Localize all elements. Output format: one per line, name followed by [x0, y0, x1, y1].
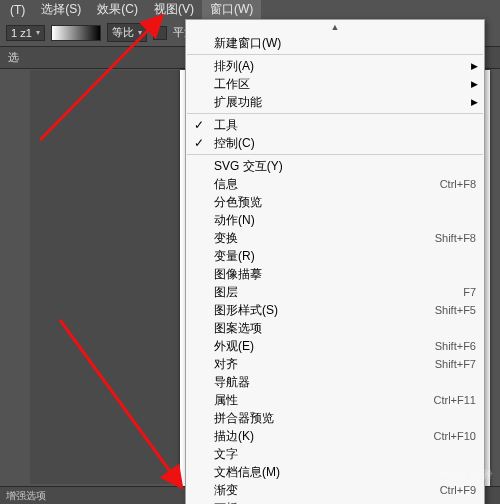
- menu-item[interactable]: 变量(R): [186, 247, 484, 265]
- menu-separator: [187, 113, 483, 114]
- menu-item-label: 外观(E): [214, 338, 435, 355]
- menu-item-label: 图像描摹: [214, 266, 476, 283]
- document-tab[interactable]: 选: [8, 50, 19, 65]
- menubar: (T) 选择(S) 效果(C) 视图(V) 窗口(W): [0, 0, 500, 19]
- menu-item-label: 图案选项: [214, 320, 476, 337]
- menu-item-label: 对齐: [214, 356, 435, 373]
- menu-item-label: 新建窗口(W): [214, 35, 476, 52]
- menu-item[interactable]: 图像描摹: [186, 265, 484, 283]
- menu-item-label: 文字: [214, 446, 476, 463]
- menu-item-shortcut: Ctrl+F10: [434, 430, 477, 442]
- scale-dropdown[interactable]: 等比 ▾: [107, 23, 147, 42]
- menu-item[interactable]: SVG 交互(Y): [186, 157, 484, 175]
- menu-item[interactable]: 分色预览: [186, 193, 484, 211]
- watermark: Baidu 经验: [439, 467, 492, 482]
- check-icon: ✓: [194, 136, 204, 150]
- menu-item[interactable]: 拼合器预览: [186, 409, 484, 427]
- chevron-down-icon: ▾: [36, 28, 40, 37]
- menu-item[interactable]: 排列(A)▶: [186, 57, 484, 75]
- menu-item-label: 描边(K): [214, 428, 434, 445]
- submenu-arrow-icon: ▶: [471, 97, 478, 107]
- menu-item-shortcut: Shift+F5: [435, 304, 476, 316]
- menu-item[interactable]: 对齐Shift+F7: [186, 355, 484, 373]
- menu-item[interactable]: 工作区▶: [186, 75, 484, 93]
- menu-item-shortcut: F7: [463, 286, 476, 298]
- zoom-dropdown[interactable]: 1 z1 ▾: [6, 25, 45, 41]
- menu-item[interactable]: 外观(E)Shift+F6: [186, 337, 484, 355]
- menu-item[interactable]: 文字: [186, 445, 484, 463]
- menu-separator: [187, 154, 483, 155]
- menu-item[interactable]: 导航器: [186, 373, 484, 391]
- menu-item[interactable]: 渐变Ctrl+F9: [186, 481, 484, 499]
- menu-item-shortcut: Ctrl+F9: [440, 484, 476, 496]
- menu-item-t[interactable]: (T): [2, 1, 33, 19]
- menu-scroll-up[interactable]: ▲: [186, 22, 484, 34]
- menu-item-label: 画板: [214, 500, 476, 505]
- menu-item[interactable]: 图形样式(S)Shift+F5: [186, 301, 484, 319]
- menu-item-label: 变换: [214, 230, 435, 247]
- menu-item-window[interactable]: 窗口(W): [202, 0, 261, 20]
- menu-item-effect[interactable]: 效果(C): [89, 0, 146, 20]
- menu-item-label: 渐变: [214, 482, 440, 499]
- menu-item[interactable]: 画板: [186, 499, 484, 504]
- menu-item-label: SVG 交互(Y): [214, 158, 476, 175]
- menu-item[interactable]: ✓工具: [186, 116, 484, 134]
- menu-item-label: 工作区: [214, 76, 476, 93]
- menu-item-label: 工具: [214, 117, 476, 134]
- menu-item-label: 控制(C): [214, 135, 476, 152]
- menu-item-shortcut: Ctrl+F11: [434, 394, 477, 406]
- menu-item[interactable]: 描边(K)Ctrl+F10: [186, 427, 484, 445]
- menu-item-label: 属性: [214, 392, 434, 409]
- stroke-swatch[interactable]: [153, 26, 167, 40]
- menu-item[interactable]: 图层F7: [186, 283, 484, 301]
- menu-item-label: 排列(A): [214, 58, 476, 75]
- submenu-arrow-icon: ▶: [471, 61, 478, 71]
- menu-item-label: 导航器: [214, 374, 476, 391]
- menu-item[interactable]: 图案选项: [186, 319, 484, 337]
- window-menu: ▲ 新建窗口(W)排列(A)▶工作区▶扩展功能▶✓工具✓控制(C)SVG 交互(…: [185, 19, 485, 504]
- menu-item-label: 拼合器预览: [214, 410, 476, 427]
- menu-item-label: 文档信息(M): [214, 464, 476, 481]
- menu-item-label: 图形样式(S): [214, 302, 435, 319]
- menu-item-view[interactable]: 视图(V): [146, 0, 202, 20]
- menu-item-shortcut: Ctrl+F8: [440, 178, 476, 190]
- menu-item-shortcut: Shift+F6: [435, 340, 476, 352]
- submenu-arrow-icon: ▶: [471, 79, 478, 89]
- menu-separator: [187, 54, 483, 55]
- menu-item-label: 分色预览: [214, 194, 476, 211]
- menu-item-label: 扩展功能: [214, 94, 476, 111]
- menu-item[interactable]: 变换Shift+F8: [186, 229, 484, 247]
- gradient-swatch[interactable]: [51, 25, 101, 41]
- chevron-down-icon: ▾: [138, 28, 142, 37]
- menu-item[interactable]: 信息Ctrl+F8: [186, 175, 484, 193]
- menu-item-label: 变量(R): [214, 248, 476, 265]
- menu-item-label: 图层: [214, 284, 463, 301]
- menu-item[interactable]: 新建窗口(W): [186, 34, 484, 52]
- menu-item[interactable]: 动作(N): [186, 211, 484, 229]
- menu-item-label: 信息: [214, 176, 440, 193]
- menu-item[interactable]: 属性Ctrl+F11: [186, 391, 484, 409]
- check-icon: ✓: [194, 118, 204, 132]
- menu-item-shortcut: Shift+F8: [435, 232, 476, 244]
- menu-item-shortcut: Shift+F7: [435, 358, 476, 370]
- menu-item-label: 动作(N): [214, 212, 476, 229]
- scale-label: 等比: [112, 25, 134, 40]
- menu-item[interactable]: 扩展功能▶: [186, 93, 484, 111]
- menu-item-select[interactable]: 选择(S): [33, 0, 89, 20]
- menu-item[interactable]: ✓控制(C): [186, 134, 484, 152]
- status-left: 增强选项: [6, 489, 46, 503]
- zoom-value: 1 z1: [11, 27, 32, 39]
